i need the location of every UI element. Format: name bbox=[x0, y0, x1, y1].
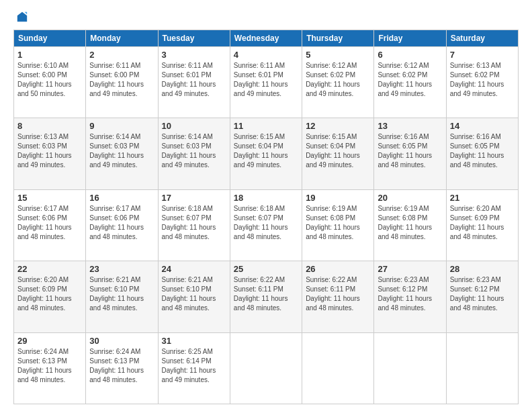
calendar-cell: 22 Sunrise: 6:20 AMSunset: 6:09 PMDaylig… bbox=[14, 261, 86, 332]
calendar-cell: 13 Sunrise: 6:16 AMSunset: 6:05 PMDaylig… bbox=[374, 118, 446, 189]
day-info: Sunrise: 6:11 AMSunset: 6:01 PMDaylight:… bbox=[162, 62, 216, 97]
day-number: 14 bbox=[450, 121, 515, 131]
day-info: Sunrise: 6:16 AMSunset: 6:05 PMDaylight:… bbox=[378, 133, 432, 169]
logo bbox=[13, 11, 28, 23]
day-info: Sunrise: 6:14 AMSunset: 6:03 PMDaylight:… bbox=[89, 133, 144, 169]
day-info: Sunrise: 6:24 AMSunset: 6:13 PMDaylight:… bbox=[17, 348, 72, 383]
weekday-header: Friday bbox=[374, 30, 446, 47]
calendar-cell: 11 Sunrise: 6:15 AMSunset: 6:04 PMDaylig… bbox=[230, 118, 302, 189]
day-number: 12 bbox=[306, 121, 370, 131]
calendar-cell: 18 Sunrise: 6:18 AMSunset: 6:07 PMDaylig… bbox=[230, 189, 302, 261]
day-number: 10 bbox=[162, 121, 226, 131]
calendar-cell: 16 Sunrise: 6:17 AMSunset: 6:06 PMDaylig… bbox=[86, 189, 158, 261]
day-info: Sunrise: 6:22 AMSunset: 6:11 PMDaylight:… bbox=[234, 276, 288, 312]
day-info: Sunrise: 6:10 AMSunset: 6:00 PMDaylight:… bbox=[17, 62, 72, 97]
calendar-cell: 7 Sunrise: 6:13 AMSunset: 6:02 PMDayligh… bbox=[446, 47, 518, 118]
day-number: 1 bbox=[17, 50, 82, 60]
weekday-header: Monday bbox=[86, 30, 158, 47]
day-info: Sunrise: 6:14 AMSunset: 6:03 PMDaylight:… bbox=[162, 133, 216, 169]
day-info: Sunrise: 6:15 AMSunset: 6:04 PMDaylight:… bbox=[234, 133, 288, 169]
day-info: Sunrise: 6:20 AMSunset: 6:09 PMDaylight:… bbox=[450, 205, 504, 240]
calendar-cell: 9 Sunrise: 6:14 AMSunset: 6:03 PMDayligh… bbox=[86, 118, 158, 189]
day-number: 22 bbox=[17, 264, 82, 274]
calendar-cell: 8 Sunrise: 6:13 AMSunset: 6:03 PMDayligh… bbox=[14, 118, 86, 189]
day-info: Sunrise: 6:12 AMSunset: 6:02 PMDaylight:… bbox=[306, 62, 360, 97]
day-number: 9 bbox=[89, 121, 154, 131]
day-info: Sunrise: 6:20 AMSunset: 6:09 PMDaylight:… bbox=[17, 276, 72, 312]
calendar-week-row: 15 Sunrise: 6:17 AMSunset: 6:06 PMDaylig… bbox=[14, 189, 519, 261]
day-number: 13 bbox=[378, 121, 442, 131]
weekday-header: Thursday bbox=[302, 30, 374, 47]
weekday-header-row: SundayMondayTuesdayWednesdayThursdayFrid… bbox=[14, 30, 519, 47]
weekday-header: Tuesday bbox=[158, 30, 230, 47]
day-number: 11 bbox=[234, 121, 298, 131]
weekday-header: Saturday bbox=[446, 30, 518, 47]
calendar-cell: 17 Sunrise: 6:18 AMSunset: 6:07 PMDaylig… bbox=[158, 189, 230, 261]
day-info: Sunrise: 6:16 AMSunset: 6:05 PMDaylight:… bbox=[450, 133, 504, 169]
day-number: 25 bbox=[234, 264, 298, 274]
header bbox=[13, 11, 519, 23]
day-number: 8 bbox=[17, 121, 82, 131]
calendar-cell: 24 Sunrise: 6:21 AMSunset: 6:10 PMDaylig… bbox=[158, 261, 230, 332]
day-number: 16 bbox=[89, 193, 154, 203]
day-info: Sunrise: 6:19 AMSunset: 6:08 PMDaylight:… bbox=[378, 205, 432, 240]
calendar-cell: 21 Sunrise: 6:20 AMSunset: 6:09 PMDaylig… bbox=[446, 189, 518, 261]
day-number: 18 bbox=[234, 193, 298, 203]
calendar-cell: 14 Sunrise: 6:16 AMSunset: 6:05 PMDaylig… bbox=[446, 118, 518, 189]
weekday-header: Wednesday bbox=[230, 30, 302, 47]
calendar-cell: 1 Sunrise: 6:10 AMSunset: 6:00 PMDayligh… bbox=[14, 47, 86, 118]
day-info: Sunrise: 6:17 AMSunset: 6:06 PMDaylight:… bbox=[17, 205, 72, 240]
day-number: 7 bbox=[450, 50, 515, 60]
day-info: Sunrise: 6:13 AMSunset: 6:02 PMDaylight:… bbox=[450, 62, 504, 97]
day-number: 4 bbox=[234, 50, 298, 60]
calendar-week-row: 1 Sunrise: 6:10 AMSunset: 6:00 PMDayligh… bbox=[14, 47, 519, 118]
calendar-week-row: 22 Sunrise: 6:20 AMSunset: 6:09 PMDaylig… bbox=[14, 261, 519, 332]
day-number: 17 bbox=[162, 193, 226, 203]
day-number: 30 bbox=[89, 336, 154, 346]
calendar-cell: 5 Sunrise: 6:12 AMSunset: 6:02 PMDayligh… bbox=[302, 47, 374, 118]
calendar-cell: 10 Sunrise: 6:14 AMSunset: 6:03 PMDaylig… bbox=[158, 118, 230, 189]
calendar-cell: 27 Sunrise: 6:23 AMSunset: 6:12 PMDaylig… bbox=[374, 261, 446, 332]
day-number: 31 bbox=[162, 336, 226, 346]
logo-icon bbox=[16, 11, 28, 23]
weekday-header: Sunday bbox=[14, 30, 86, 47]
calendar-cell: 28 Sunrise: 6:23 AMSunset: 6:12 PMDaylig… bbox=[446, 261, 518, 332]
page: SundayMondayTuesdayWednesdayThursdayFrid… bbox=[0, 0, 532, 411]
calendar-cell: 15 Sunrise: 6:17 AMSunset: 6:06 PMDaylig… bbox=[14, 189, 86, 261]
day-info: Sunrise: 6:25 AMSunset: 6:14 PMDaylight:… bbox=[162, 348, 216, 383]
calendar-cell: 4 Sunrise: 6:11 AMSunset: 6:01 PMDayligh… bbox=[230, 47, 302, 118]
day-info: Sunrise: 6:11 AMSunset: 6:01 PMDaylight:… bbox=[234, 62, 288, 97]
day-number: 24 bbox=[162, 264, 226, 274]
day-number: 26 bbox=[306, 264, 370, 274]
day-number: 20 bbox=[378, 193, 442, 203]
day-info: Sunrise: 6:22 AMSunset: 6:11 PMDaylight:… bbox=[306, 276, 360, 312]
day-number: 21 bbox=[450, 193, 515, 203]
calendar-cell: 25 Sunrise: 6:22 AMSunset: 6:11 PMDaylig… bbox=[230, 261, 302, 332]
day-number: 5 bbox=[306, 50, 370, 60]
calendar-cell: 12 Sunrise: 6:15 AMSunset: 6:04 PMDaylig… bbox=[302, 118, 374, 189]
day-info: Sunrise: 6:11 AMSunset: 6:00 PMDaylight:… bbox=[89, 62, 144, 97]
day-number: 29 bbox=[17, 336, 82, 346]
day-info: Sunrise: 6:21 AMSunset: 6:10 PMDaylight:… bbox=[162, 276, 216, 312]
day-number: 27 bbox=[378, 264, 442, 274]
calendar-cell: 3 Sunrise: 6:11 AMSunset: 6:01 PMDayligh… bbox=[158, 47, 230, 118]
calendar-week-row: 29 Sunrise: 6:24 AMSunset: 6:13 PMDaylig… bbox=[14, 332, 519, 404]
day-info: Sunrise: 6:17 AMSunset: 6:06 PMDaylight:… bbox=[89, 205, 144, 240]
day-info: Sunrise: 6:19 AMSunset: 6:08 PMDaylight:… bbox=[306, 205, 360, 240]
calendar-table: SundayMondayTuesdayWednesdayThursdayFrid… bbox=[13, 30, 519, 404]
day-number: 15 bbox=[17, 193, 82, 203]
day-number: 28 bbox=[450, 264, 515, 274]
day-info: Sunrise: 6:21 AMSunset: 6:10 PMDaylight:… bbox=[89, 276, 144, 312]
day-info: Sunrise: 6:18 AMSunset: 6:07 PMDaylight:… bbox=[162, 205, 216, 240]
day-info: Sunrise: 6:12 AMSunset: 6:02 PMDaylight:… bbox=[378, 62, 432, 97]
calendar-cell bbox=[374, 332, 446, 404]
day-number: 19 bbox=[306, 193, 370, 203]
day-info: Sunrise: 6:15 AMSunset: 6:04 PMDaylight:… bbox=[306, 133, 360, 169]
calendar-cell: 30 Sunrise: 6:24 AMSunset: 6:13 PMDaylig… bbox=[86, 332, 158, 404]
calendar-cell bbox=[230, 332, 302, 404]
calendar-cell: 2 Sunrise: 6:11 AMSunset: 6:00 PMDayligh… bbox=[86, 47, 158, 118]
calendar-week-row: 8 Sunrise: 6:13 AMSunset: 6:03 PMDayligh… bbox=[14, 118, 519, 189]
calendar-cell: 6 Sunrise: 6:12 AMSunset: 6:02 PMDayligh… bbox=[374, 47, 446, 118]
day-info: Sunrise: 6:23 AMSunset: 6:12 PMDaylight:… bbox=[378, 276, 432, 312]
calendar-cell: 20 Sunrise: 6:19 AMSunset: 6:08 PMDaylig… bbox=[374, 189, 446, 261]
